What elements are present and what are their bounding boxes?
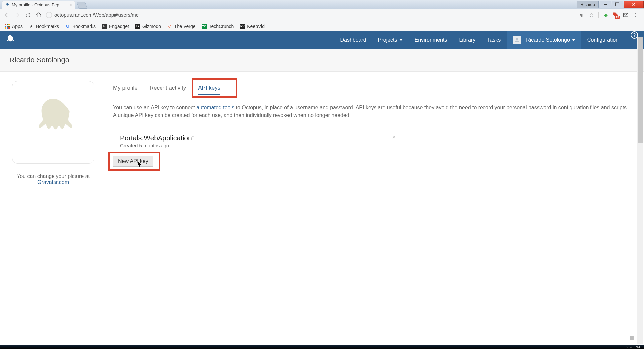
octopus-favicon-icon xyxy=(5,3,10,7)
bookmark-star-icon[interactable]: ☆ xyxy=(589,12,594,18)
new-tab-button[interactable] xyxy=(76,2,87,9)
apps-shortcut[interactable]: Apps xyxy=(5,24,23,29)
new-api-key-button[interactable]: New API key xyxy=(113,156,153,167)
profile-content: My profile Recent activity API keys You … xyxy=(100,81,637,185)
profile-sidebar: You can change your picture at Gravatar.… xyxy=(7,81,100,185)
tab-api-keys[interactable]: API keys xyxy=(198,85,220,95)
avatar-hint: You can change your picture at Gravatar.… xyxy=(7,174,100,185)
browser-tab-title: My profile - Octopus Dep xyxy=(12,2,59,7)
api-key-card: Portals.WebApplication1 Created 5 months… xyxy=(113,129,402,153)
main-content: You can change your picture at Gravatar.… xyxy=(0,72,644,185)
extension-tag-icon[interactable]: 15 xyxy=(613,12,619,18)
windows-user-badge[interactable]: Ricardo xyxy=(577,1,599,8)
browser-toolbar: i octopus.rant.com/Web/app#/users/me ⊕ ☆… xyxy=(0,9,644,21)
help-icon[interactable]: ? xyxy=(631,31,638,39)
bookmark-item[interactable]: GGizmodo xyxy=(135,24,161,29)
bookmark-item[interactable]: EEngadget xyxy=(102,24,129,29)
nav-library[interactable]: Library xyxy=(453,31,481,49)
url-text: octopus.rant.com/Web/app#/users/me xyxy=(54,12,139,18)
delete-api-key-icon[interactable]: × xyxy=(392,134,396,141)
app-header: Dashboard Projects Environments Library … xyxy=(0,31,644,49)
user-avatar-icon xyxy=(513,36,521,44)
bookmark-item[interactable]: ★Bookmarks xyxy=(29,24,59,29)
window-minimize-button[interactable]: ━ xyxy=(600,1,611,8)
windows-taskbar: 2:28 PM xyxy=(0,345,644,349)
chevron-down-icon xyxy=(399,39,403,41)
api-keys-description: You can use an API key to connect automa… xyxy=(113,104,632,119)
profile-avatar xyxy=(12,81,94,164)
bookmark-item[interactable]: TCTechCrunch xyxy=(202,24,234,29)
profile-tabs: My profile Recent activity API keys xyxy=(113,81,632,95)
browser-tab[interactable]: My profile - Octopus Dep × xyxy=(2,1,75,9)
api-key-created: Created 5 months ago xyxy=(120,143,395,148)
nav-projects[interactable]: Projects xyxy=(372,31,409,49)
techcrunch-icon: TC xyxy=(202,24,207,29)
tab-recent-activity[interactable]: Recent activity xyxy=(150,85,186,95)
nav-dashboard[interactable]: Dashboard xyxy=(334,31,372,49)
bookmark-item[interactable]: GBookmarks xyxy=(65,24,96,29)
page-title: Ricardo Sotolongo xyxy=(9,56,69,64)
home-button[interactable] xyxy=(35,12,42,18)
verge-icon: ▽ xyxy=(167,24,172,29)
taskbar-clock: 2:28 PM xyxy=(626,345,640,349)
chrome-menu-icon[interactable]: ⋮ xyxy=(633,12,639,18)
apps-grid-icon xyxy=(5,24,10,29)
window-maximize-button[interactable]: 🗖 xyxy=(612,1,623,8)
nav-environments[interactable]: Environments xyxy=(409,31,453,49)
nav-user-menu[interactable]: Ricardo Sotolongo xyxy=(507,31,581,49)
toolbar-right: ⊕ ☆ ◆ 15 ⋮ xyxy=(579,12,641,18)
translate-icon[interactable]: ⊕ xyxy=(579,12,585,18)
app-nav: Dashboard Projects Environments Library … xyxy=(334,31,644,49)
tab-close-icon[interactable]: × xyxy=(69,2,72,8)
vertical-scrollbar[interactable] xyxy=(637,37,643,344)
octopus-logo-icon[interactable] xyxy=(0,34,20,46)
gizmodo-icon: G xyxy=(135,24,140,29)
gravatar-link[interactable]: Gravatar.com xyxy=(37,179,69,185)
mail-icon[interactable] xyxy=(623,12,629,18)
google-g-icon: G xyxy=(65,24,70,29)
address-bar[interactable]: i octopus.rant.com/Web/app#/users/me xyxy=(46,10,575,20)
page-title-bar: Ricardo Sotolongo xyxy=(0,49,644,72)
back-button[interactable] xyxy=(3,12,10,18)
api-key-name: Portals.WebApplication1 xyxy=(120,134,395,142)
bookmark-item[interactable]: ▽The Verge xyxy=(167,24,196,29)
keepvid-icon: KV xyxy=(240,24,245,29)
reload-button[interactable] xyxy=(25,12,31,18)
engadget-icon: E xyxy=(102,24,107,29)
automated-tools-link[interactable]: automated tools xyxy=(196,105,234,110)
window-titlebar: My profile - Octopus Dep × Ricardo ━ 🗖 ✕ xyxy=(0,0,644,9)
tab-my-profile[interactable]: My profile xyxy=(113,85,138,95)
extension-green-icon[interactable]: ◆ xyxy=(603,12,609,18)
nav-configuration[interactable]: Configuration xyxy=(581,31,625,49)
browser-tabstrip: My profile - Octopus Dep × xyxy=(0,0,86,9)
resize-grip-icon: ◆ xyxy=(627,332,637,342)
forward-button[interactable] xyxy=(14,12,21,18)
mouse-cursor-icon xyxy=(138,161,143,169)
site-info-icon[interactable]: i xyxy=(46,12,52,18)
nav-tasks[interactable]: Tasks xyxy=(481,31,507,49)
bookmarks-bar: Apps ★Bookmarks GBookmarks EEngadget GGi… xyxy=(0,21,644,31)
scrollbar-thumb[interactable] xyxy=(638,37,643,143)
toolbar-divider xyxy=(598,12,599,18)
chevron-down-icon xyxy=(572,39,575,41)
window-close-button[interactable]: ✕ xyxy=(624,1,644,8)
bookmark-item[interactable]: KVKeepVid xyxy=(240,24,265,29)
star-icon: ★ xyxy=(29,24,34,29)
